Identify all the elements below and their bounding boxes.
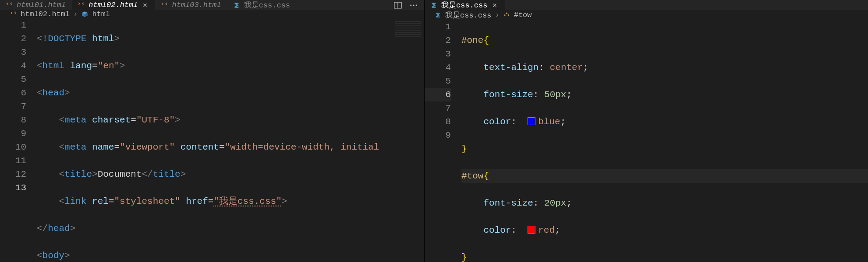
tab-css-left[interactable]: 我是css.css bbox=[227, 0, 296, 10]
tab-bar-right: 我是css.css bbox=[425, 0, 868, 10]
color-swatch-red bbox=[528, 226, 535, 234]
breadcrumb-symbol: #tow bbox=[514, 11, 532, 19]
svg-point-3 bbox=[413, 4, 414, 6]
tab-label: 我是css.css bbox=[441, 0, 487, 10]
css-file-icon bbox=[233, 1, 241, 9]
tabbar-actions bbox=[393, 1, 424, 10]
editor-right[interactable]: 123456789 #one{ text-align: center; font… bbox=[425, 20, 868, 262]
minimap-left[interactable] bbox=[393, 18, 424, 262]
breadcrumb-symbol: html bbox=[92, 10, 110, 18]
svg-point-2 bbox=[410, 4, 411, 6]
tab-label: html01.html bbox=[17, 1, 66, 9]
tab-html01[interactable]: html01.html bbox=[0, 0, 72, 10]
tab-css-right[interactable]: 我是css.css bbox=[425, 0, 505, 10]
breadcrumb-file: 我是css.css bbox=[445, 10, 491, 20]
more-icon[interactable] bbox=[409, 1, 418, 10]
gutter-left: 12345678910111213 bbox=[0, 18, 37, 262]
symbol-class-icon bbox=[503, 11, 510, 19]
editor-group-left: html01.html html02.html html03.html 我是cs… bbox=[0, 0, 424, 262]
breadcrumb-file: html02.html bbox=[21, 10, 70, 18]
html-file-icon bbox=[160, 1, 168, 9]
breadcrumb-left[interactable]: html02.html › html bbox=[0, 10, 424, 18]
code-right[interactable]: #one{ text-align: center; font-size: 50p… bbox=[461, 20, 868, 262]
tab-html02[interactable]: html02.html bbox=[72, 0, 155, 10]
symbol-namespace-icon bbox=[81, 10, 89, 18]
html-file-icon bbox=[5, 1, 13, 9]
svg-point-4 bbox=[416, 4, 417, 6]
tab-label: html03.html bbox=[172, 1, 221, 9]
split-editor-icon[interactable] bbox=[393, 1, 402, 10]
tab-label: 我是css.css bbox=[244, 0, 290, 10]
close-icon[interactable] bbox=[491, 2, 499, 8]
html-file-icon bbox=[77, 1, 85, 9]
tab-html03[interactable]: html03.html bbox=[155, 0, 227, 10]
close-icon[interactable] bbox=[141, 2, 149, 8]
chevron-right-icon: › bbox=[495, 11, 499, 19]
breadcrumb-right[interactable]: 我是css.css › #tow bbox=[425, 10, 868, 20]
gutter-right: 123456789 bbox=[425, 20, 461, 262]
chevron-right-icon: › bbox=[73, 10, 78, 18]
css-file-icon bbox=[434, 11, 442, 19]
html-file-icon bbox=[10, 10, 17, 18]
editor-group-right: 我是css.css 我是css.css › #tow 123456789 #on… bbox=[424, 0, 868, 262]
css-file-icon bbox=[430, 1, 438, 9]
color-swatch-blue bbox=[528, 117, 535, 125]
editor-left[interactable]: 12345678910111213 <!DOCTYPE html> <html … bbox=[0, 18, 424, 262]
tab-bar-left: html01.html html02.html html03.html 我是cs… bbox=[0, 0, 424, 10]
tab-label: html02.html bbox=[89, 1, 138, 9]
code-left[interactable]: <!DOCTYPE html> <html lang="en"> <head> … bbox=[37, 18, 424, 262]
